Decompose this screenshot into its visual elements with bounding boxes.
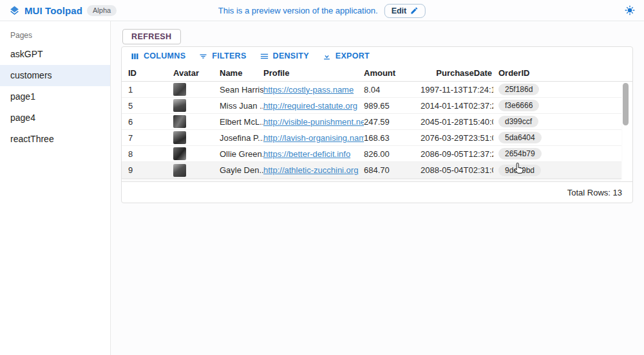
columns-button[interactable]: COLUMNS <box>126 49 190 64</box>
pencil-icon <box>410 6 419 15</box>
cell-id: 5 <box>128 101 173 111</box>
table-row[interactable]: 5 Miss Juan ... http://required-statute.… <box>122 98 621 114</box>
filter-list-icon <box>198 51 208 61</box>
sun-icon <box>625 5 635 15</box>
cell-name: Elbert McL... <box>220 117 263 127</box>
avatar <box>173 115 186 128</box>
column-header-profile[interactable]: Profile <box>263 68 364 78</box>
cell-id: 7 <box>128 133 173 143</box>
column-headers: ID Avatar Name Profile Amount PurchaseDa… <box>122 65 632 82</box>
brand: MUI Toolpad Alpha <box>9 5 117 16</box>
cell-purchasedate: 2014-01-14T02:37:28.536Z <box>421 101 493 111</box>
edit-button-label: Edit <box>392 6 407 15</box>
orderid-chip[interactable]: 2654b79 <box>498 148 542 159</box>
toolpad-logo-icon <box>9 5 20 16</box>
alpha-badge: Alpha <box>87 5 117 16</box>
profile-link[interactable]: http://lavish-organising.name <box>263 133 364 143</box>
orderid-chip[interactable]: 9dc59bd <box>498 165 541 176</box>
filters-button-label: FILTERS <box>212 51 246 60</box>
profile-link[interactable]: http://visible-punishment.net <box>263 117 364 127</box>
cell-amount: 8.04 <box>364 85 421 95</box>
density-icon <box>260 51 269 61</box>
edit-button[interactable]: Edit <box>384 4 426 18</box>
table-row[interactable]: 7 Josefina P... http://lavish-organising… <box>122 130 621 146</box>
profile-link[interactable]: http://athletic-zucchini.org <box>263 165 358 175</box>
column-header-purchasedate[interactable]: PurchaseDate <box>421 68 493 78</box>
orderid-chip[interactable]: f3e6666 <box>498 100 539 111</box>
sidebar-item-reactthree[interactable]: reactThree <box>0 129 110 150</box>
sidebar-section-label: Pages <box>0 24 110 44</box>
grid-footer: Total Rows: 13 <box>122 181 632 203</box>
cell-name: Josefina P... <box>220 133 263 143</box>
table-row[interactable]: 6 Elbert McL... http://visible-punishmen… <box>122 114 621 130</box>
cell-id: 8 <box>128 149 173 159</box>
profile-link[interactable]: https://better-deficit.info <box>263 149 350 159</box>
sidebar-item-customers[interactable]: customers <box>0 65 110 86</box>
cell-amount: 247.59 <box>364 117 421 127</box>
total-rows-label: Total Rows: 13 <box>567 188 622 197</box>
cell-amount: 826.00 <box>364 149 421 159</box>
app-title: MUI Toolpad <box>24 5 82 16</box>
orderid-chip[interactable]: 25f186d <box>498 84 539 95</box>
data-grid-toolbar: COLUMNS FILTERS DENSITY <box>122 47 632 65</box>
preview-banner-text: This is a preview version of the applica… <box>218 6 378 15</box>
table-row-hovered[interactable]: 9 Gayle Den... http://athletic-zucchini.… <box>122 162 621 178</box>
profile-link[interactable]: https://costly-pass.name <box>263 85 354 95</box>
table-row[interactable]: 8 Ollie Green... https://better-deficit.… <box>122 146 621 162</box>
cell-id: 9 <box>128 165 173 175</box>
cell-amount: 684.70 <box>364 165 421 175</box>
density-button[interactable]: DENSITY <box>255 49 314 64</box>
export-button-label: EXPORT <box>336 51 370 60</box>
avatar <box>173 131 186 144</box>
cell-purchasedate: 2076-03-29T23:51:07.968Z <box>421 133 493 143</box>
sidebar-item-askgpt[interactable]: askGPT <box>0 44 110 65</box>
export-button[interactable]: EXPORT <box>317 49 374 64</box>
table-row[interactable]: 1 Sean Harris https://costly-pass.name 8… <box>122 82 621 98</box>
cell-name: Ollie Green... <box>220 149 263 159</box>
orderid-chip[interactable]: d399ccf <box>498 116 538 127</box>
cell-name: Miss Juan ... <box>220 101 263 111</box>
cell-id: 6 <box>128 117 173 127</box>
refresh-button[interactable]: REFRESH <box>122 29 181 44</box>
grid-rows-viewport: 1 Sean Harris https://costly-pass.name 8… <box>122 82 632 179</box>
view-columns-icon <box>130 51 140 61</box>
profile-link[interactable]: http://required-statute.org <box>263 101 357 111</box>
column-header-id[interactable]: ID <box>128 68 173 78</box>
filters-button[interactable]: FILTERS <box>194 49 251 64</box>
cell-id: 1 <box>128 85 173 95</box>
cell-amount: 989.65 <box>364 101 421 111</box>
cell-name: Sean Harris <box>220 85 263 95</box>
density-button-label: DENSITY <box>273 51 309 60</box>
column-header-orderid[interactable]: OrderID <box>493 68 564 78</box>
cell-name: Gayle Den... <box>220 165 263 175</box>
scrollbar-thumb[interactable] <box>623 83 629 125</box>
sidebar: Pages askGPT customers page1 page4 react… <box>0 21 111 355</box>
theme-toggle-button[interactable] <box>625 5 635 15</box>
page-content: REFRESH COLUMNS FILTERS <box>111 21 644 355</box>
sidebar-item-page1[interactable]: page1 <box>0 86 110 107</box>
column-header-avatar[interactable]: Avatar <box>173 68 220 78</box>
cell-amount: 168.63 <box>364 133 421 143</box>
orderid-chip[interactable]: 5da6404 <box>498 132 542 143</box>
avatar <box>173 164 186 177</box>
cell-purchasedate: 2086-09-05T12:37:27.015Z <box>421 149 493 159</box>
columns-button-label: COLUMNS <box>144 51 185 60</box>
column-header-name[interactable]: Name <box>220 68 263 78</box>
column-header-amount[interactable]: Amount <box>364 68 421 78</box>
data-grid: COLUMNS FILTERS DENSITY <box>121 46 633 203</box>
avatar <box>173 99 186 112</box>
avatar <box>173 83 186 96</box>
cell-purchasedate: 1997-11-13T17:24:11.769Z <box>421 85 493 95</box>
download-icon <box>322 51 332 61</box>
sidebar-item-page4[interactable]: page4 <box>0 107 110 129</box>
app-bar: MUI Toolpad Alpha This is a preview vers… <box>0 0 644 21</box>
avatar <box>173 147 186 160</box>
vertical-scrollbar[interactable] <box>623 83 629 177</box>
cell-purchasedate: 2045-01-28T15:40:06.325Z <box>421 117 493 127</box>
cell-purchasedate: 2088-05-04T02:31:03.294Z <box>421 165 493 175</box>
